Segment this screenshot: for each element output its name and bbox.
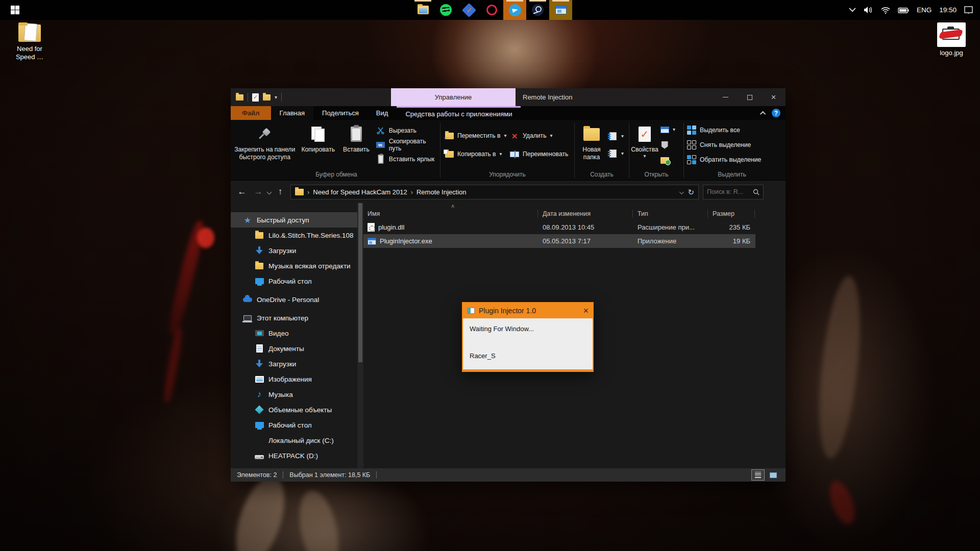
sidebar-item-quick-access[interactable]: ★ Быстрый доступ [231, 212, 363, 228]
taskbar-plugin-injector-button[interactable] [549, 0, 572, 20]
search-input[interactable] [707, 188, 753, 195]
sidebar-item-music-folder[interactable]: Музыка всякая отредакти [231, 258, 363, 273]
invert-selection-button[interactable]: Обратить выделение [687, 154, 761, 165]
select-none-button[interactable]: Снять выделение [687, 139, 761, 151]
sidebar-item-desktop[interactable]: Рабочий стол [231, 417, 363, 433]
rename-button[interactable]: Переименовать [510, 148, 568, 160]
copy-to-button[interactable]: Копировать в ▾ [445, 148, 510, 160]
desktop-icon-need-for-speed[interactable]: Need for Speed … [5, 22, 54, 62]
explorer-titlebar[interactable]: ✓ ▾ Управление Remote Injection × [231, 88, 786, 106]
tab-share[interactable]: Поделиться [313, 106, 368, 120]
scrollbar-thumb[interactable] [358, 203, 362, 362]
hidden-icons-chevron[interactable] [849, 8, 856, 12]
copy-path-button[interactable]: W. Скопировать путь [376, 139, 440, 151]
copy-button[interactable]: Копировать [297, 121, 339, 169]
delete-button[interactable]: × Удалить ▾ [510, 130, 568, 141]
open-button[interactable]: ▾ [660, 124, 675, 135]
plugin-injector-titlebar[interactable]: Plugin Injector 1.0 × [463, 303, 593, 318]
wifi-icon[interactable] [881, 7, 890, 14]
new-folder-button[interactable]: Новая папка [575, 121, 608, 169]
sidebar-scrollbar[interactable] [357, 203, 363, 468]
taskbar-spotify-button[interactable] [434, 0, 457, 20]
volume-icon[interactable] [864, 6, 873, 14]
sidebar-item-music[interactable]: ♪ Музыка [231, 387, 363, 402]
sidebar-item-local-disk-c[interactable]: Локальный диск (C:) [231, 433, 363, 448]
quick-access-toolbar: ✓ ▾ [236, 88, 282, 106]
new-item-button[interactable]: ▾ [608, 148, 624, 159]
history-button[interactable] [660, 155, 675, 166]
breadcrumb-segment[interactable]: Need for Speed HackCam 2012 [313, 188, 407, 196]
close-button[interactable]: × [762, 88, 786, 106]
group-label-new: Создать [575, 171, 629, 178]
easy-access-button[interactable]: ▾ [608, 131, 624, 142]
file-row-plugininjector-exe[interactable]: PluginInjector.exe 05.05.2013 7:17 Прило… [363, 234, 755, 248]
properties-button[interactable]: ✓ Свойства ▾ [629, 121, 660, 169]
taskbar-explorer-button[interactable] [411, 0, 434, 20]
sidebar-item-3d-objects[interactable]: Объемные объекты [231, 402, 363, 417]
address-dropdown-chevron[interactable] [679, 190, 684, 194]
tab-view[interactable]: Вид [368, 106, 397, 120]
new-folder-check-icon[interactable]: ✓ [252, 93, 259, 102]
search-box[interactable] [703, 185, 764, 199]
column-header-size[interactable]: Размер [713, 207, 734, 220]
action-center-icon[interactable] [964, 6, 973, 14]
taskbar-telegram-button[interactable] [503, 0, 526, 20]
sidebar-item-downloads-pinned[interactable]: Загрузки [231, 243, 363, 258]
sidebar-item-videos[interactable]: Видео [231, 325, 363, 341]
edit-button[interactable] [660, 139, 675, 151]
refresh-icon[interactable]: ↻ [688, 188, 694, 196]
recent-locations-chevron[interactable] [267, 189, 272, 194]
taskbar-checker-app-button[interactable]: ✓ [457, 0, 480, 20]
sidebar-item-downloads[interactable]: Загрузки [231, 356, 363, 371]
file-row-plugin-dll[interactable]: plugin.dll 08.09.2013 10:45 Расширение п… [363, 220, 755, 234]
check-shield-icon: ✓ [461, 3, 476, 17]
language-indicator[interactable]: ENG [917, 6, 932, 14]
select-all-button[interactable]: Выделить все [687, 124, 761, 136]
details-view-button[interactable] [752, 470, 764, 480]
up-button[interactable]: ↑ [274, 187, 286, 197]
move-to-button[interactable]: ← Переместить в ▾ [445, 130, 510, 141]
tab-application-tools[interactable]: Средства работы с приложениями [397, 106, 521, 120]
contextual-tab-management[interactable]: Управление [391, 88, 516, 106]
sidebar-item-onedrive[interactable]: OneDrive - Personal [231, 292, 363, 307]
forward-button[interactable]: → [252, 187, 264, 197]
thumbnails-view-button[interactable] [767, 470, 779, 480]
help-button[interactable]: ? [772, 109, 780, 117]
breadcrumb-segment[interactable]: Remote Injection [416, 188, 467, 196]
column-header-modified[interactable]: Дата изменения [543, 207, 591, 220]
column-header-name[interactable]: Имя [368, 207, 380, 220]
clipboard-icon [378, 155, 383, 164]
tab-file[interactable]: Файл [231, 106, 271, 120]
caption-buttons: × [714, 88, 786, 106]
sidebar-item-desktop-pinned[interactable]: Рабочий стол [231, 273, 363, 289]
taskbar-steam-button[interactable] [526, 0, 549, 20]
explorer-window: ✓ ▾ Управление Remote Injection × Файл Г… [231, 88, 786, 482]
tab-home[interactable]: Главная [271, 106, 313, 120]
battery-icon[interactable] [898, 7, 909, 13]
search-icon [753, 189, 760, 195]
sidebar-item-pictures[interactable]: Изображения [231, 371, 363, 387]
pin-to-quick-access-button[interactable]: Закрепить на панели быстрого доступа [233, 121, 297, 169]
plugin-injector-close-button[interactable]: × [583, 306, 589, 316]
collapse-ribbon-chevron[interactable] [760, 111, 766, 116]
desktop-icon-logo-jpg[interactable]: logo.jpg [926, 22, 977, 57]
minimize-button[interactable] [714, 88, 738, 106]
paste-shortcut-button[interactable]: Вставить ярлык [376, 154, 440, 165]
group-label-clipboard: Буфер обмена [233, 171, 440, 178]
customize-qat-chevron[interactable]: ▾ [275, 95, 277, 100]
sidebar-item-lilo-stitch[interactable]: Lilo.&.Stitch.The.Series.108 [231, 228, 363, 243]
maximize-button[interactable] [738, 88, 762, 106]
column-header-type[interactable]: Тип [638, 207, 648, 220]
sidebar-item-this-pc[interactable]: Этот компьютер [231, 310, 363, 325]
folder-icon[interactable] [263, 94, 271, 101]
clock[interactable]: 19:50 [939, 6, 957, 14]
sidebar-item-heatpack-d[interactable]: HEATPACK (D:) [231, 448, 363, 463]
folder-properties-icon[interactable] [236, 94, 243, 101]
paste-button[interactable]: Вставить [339, 121, 373, 169]
sidebar-item-documents[interactable]: Документы [231, 341, 363, 356]
cut-button[interactable]: Вырезать [376, 125, 440, 136]
address-bar[interactable]: › Need for Speed HackCam 2012 › Remote I… [290, 185, 699, 199]
taskbar-opera-button[interactable] [480, 0, 503, 20]
start-button[interactable] [0, 0, 30, 20]
back-button[interactable]: ← [236, 187, 248, 197]
